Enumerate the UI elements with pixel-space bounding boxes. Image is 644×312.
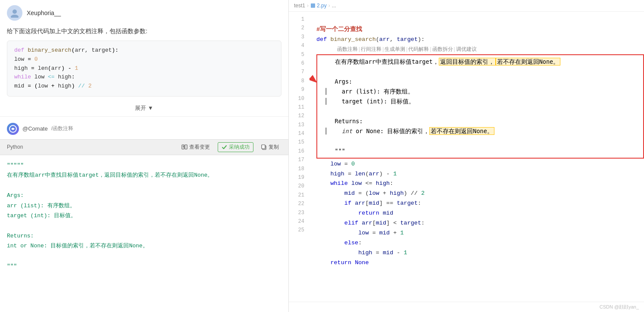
docstring-box: 在有序数组arr中查找目标值target，返回目标值的索引，若不存在则返回Non… bbox=[316, 54, 644, 158]
annotation-links-line: 函数注释|行间注释|生成单测|代码解释|函数拆分|调优建议 bbox=[316, 45, 644, 53]
svg-rect-4 bbox=[185, 145, 187, 149]
annotation-link-optimize[interactable]: 调优建议 bbox=[456, 46, 477, 52]
ai-tag: /函数注释 bbox=[51, 125, 73, 132]
doc-line-5: 在有序数组arr中查找目标值target，返回目标值的索引，若不存在则返回Non… bbox=[321, 57, 640, 67]
docstring-highlighted-block: 在有序数组arr中查找目标值target，返回目标值的索引，若不存在则返回Non… bbox=[316, 54, 644, 158]
line-numbers: 12345 678910 1112131415 1617181920 21222… bbox=[289, 12, 309, 302]
username: Xeuphoria__ bbox=[27, 9, 61, 16]
adopt-label: 采纳成功 bbox=[229, 144, 250, 151]
language-label: Python bbox=[7, 144, 23, 150]
annotation-link-inline[interactable]: 行间注释 bbox=[361, 46, 381, 52]
diff-label: 查看变更 bbox=[189, 144, 210, 151]
annotation-link-explain[interactable]: 代码解释 bbox=[408, 46, 429, 52]
ai-name: @Comate bbox=[22, 125, 48, 132]
code-line-20: return mid bbox=[316, 209, 644, 218]
annotation-link-split[interactable]: 函数拆分 bbox=[432, 46, 453, 52]
diff-icon bbox=[181, 144, 188, 150]
doc-line-11: Returns: bbox=[321, 116, 640, 126]
code-line-3: def binary_search(arr, target): bbox=[316, 35, 644, 45]
adopt-button[interactable]: 采纳成功 bbox=[218, 142, 253, 152]
code-line-24: high = mid - 1 bbox=[316, 248, 644, 258]
doc-line-10 bbox=[321, 106, 640, 116]
avatar bbox=[7, 5, 22, 21]
code-line-21: elif arr[mid] < target: bbox=[316, 218, 644, 228]
code-content: #写一个二分查找 def binary_search(arr, target):… bbox=[309, 12, 644, 302]
breadcrumb-root: test1 bbox=[294, 3, 305, 9]
doc-line-6 bbox=[321, 67, 640, 77]
ai-header: @Comate /函数注释 bbox=[0, 119, 288, 139]
editor-area[interactable]: 12345 678910 1112131415 1617181920 21222… bbox=[289, 12, 644, 302]
code-response-body: """"" 在有序数组arr中查找目标值target，返回目标值的索引，若不存在… bbox=[0, 155, 288, 276]
breadcrumb: test1 › 2.py › ... bbox=[289, 0, 644, 12]
doc-line-8: │ arr (list): 有序数组。 bbox=[321, 87, 640, 97]
file-icon bbox=[310, 3, 316, 8]
code-line-16: high = len(arr) - 1 bbox=[316, 169, 644, 179]
code-line-18: mid = (low + high) // 2 bbox=[316, 189, 644, 199]
code-line-23: else: bbox=[316, 238, 644, 248]
user-message: 给下面这段代码加上中文的文档注释，包括函数参数: bbox=[0, 26, 288, 41]
doc-line-14: """ bbox=[321, 146, 640, 156]
code-line-15: low = 0 bbox=[316, 159, 644, 169]
copy-label: 复制 bbox=[269, 144, 279, 151]
code-actions: 查看变更 采纳成功 复制 bbox=[179, 142, 281, 152]
copy-icon bbox=[261, 144, 267, 150]
doc-line-12: │ int or None: 目标值的索引，若不存在则返回None。 bbox=[321, 126, 640, 136]
code-line-17: while low <= high: bbox=[316, 179, 644, 189]
svg-point-1 bbox=[11, 15, 19, 18]
diff-button[interactable]: 查看变更 bbox=[179, 143, 213, 152]
code-line-2: #写一个二分查找 bbox=[316, 25, 644, 35]
annotation-link-test[interactable]: 生成单测 bbox=[385, 46, 405, 52]
left-panel: Xeuphoria__ 给下面这段代码加上中文的文档注释，包括函数参数: def… bbox=[0, 0, 289, 312]
expand-button[interactable]: 展开 ▼ bbox=[0, 102, 288, 115]
breadcrumb-file: 2.py bbox=[310, 3, 327, 9]
code-line-25: return None bbox=[316, 258, 644, 268]
csdn-brand: CSDN @顔顔yan_ bbox=[289, 302, 644, 312]
svg-rect-9 bbox=[311, 3, 315, 8]
user-code-block: def binary_search(arr, target): low = 0 … bbox=[7, 41, 281, 97]
right-panel: test1 › 2.py › ... 12345 678910 11121314… bbox=[289, 0, 644, 312]
annotation-link-func[interactable]: 函数注释 bbox=[337, 46, 358, 52]
ai-avatar bbox=[7, 123, 19, 135]
doc-line-13 bbox=[321, 136, 640, 146]
svg-rect-8 bbox=[262, 145, 265, 149]
doc-line-9: │ target (int): 目标值。 bbox=[321, 97, 640, 106]
red-arrow bbox=[309, 75, 317, 92]
copy-button[interactable]: 复制 bbox=[259, 143, 281, 152]
code-response-header: Python 查看变更 采纳成功 bbox=[0, 139, 288, 155]
check-icon bbox=[222, 144, 227, 150]
doc-line-7: Args: bbox=[321, 77, 640, 87]
code-line-19: if arr[mid] == target: bbox=[316, 199, 644, 209]
code-line-22: low = mid + 1 bbox=[316, 228, 644, 238]
code-line-1 bbox=[316, 15, 644, 25]
user-header: Xeuphoria__ bbox=[0, 0, 288, 26]
svg-point-0 bbox=[13, 9, 17, 14]
